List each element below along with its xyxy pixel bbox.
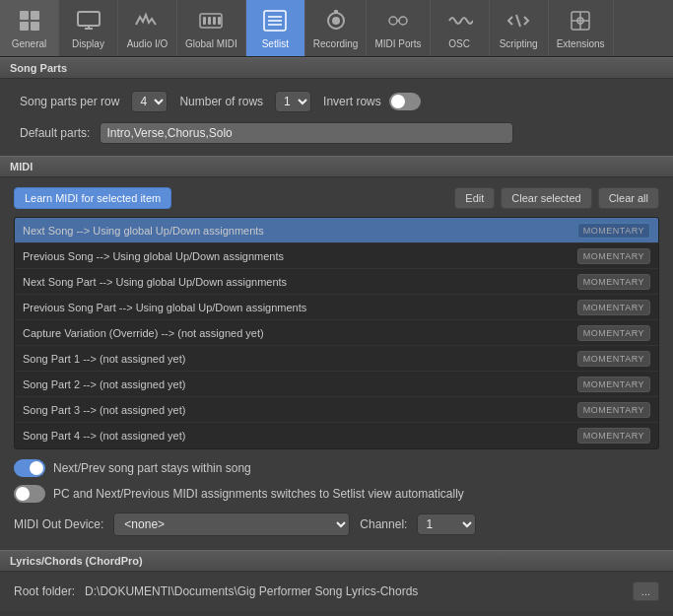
num-rows-select[interactable]: 1234	[275, 91, 311, 112]
midi-title: MIDI	[10, 161, 33, 172]
svg-rect-11	[218, 17, 221, 25]
midi-list: Next Song --> Using global Up/Down assig…	[14, 217, 659, 449]
extensions-icon	[567, 7, 594, 34]
lyrics-row: Root folder: D:\DOKUMENTI\Documents\Gig …	[14, 582, 659, 601]
tab-extensions[interactable]: Extensions	[549, 0, 614, 56]
root-folder-path: D:\DOKUMENTI\Documents\Gig Performer Son…	[85, 584, 623, 598]
channel-select[interactable]: 1234 5678 9101112 13141516	[417, 513, 476, 535]
tab-osc-label: OSC	[448, 38, 470, 49]
midi-row-badge: MOMENTARY	[577, 325, 650, 341]
svg-rect-9	[208, 17, 211, 25]
audio-icon	[134, 7, 162, 34]
tab-extensions-label: Extensions	[557, 38, 605, 49]
toggle1[interactable]	[14, 459, 45, 477]
tab-global-midi-label: Global MIDI	[185, 38, 237, 49]
toolbar: General Display Audio I/O Global MIDI	[0, 0, 673, 57]
svg-point-19	[389, 17, 397, 25]
svg-point-17	[332, 17, 340, 25]
tab-midi-ports[interactable]: MIDI Ports	[367, 0, 430, 56]
svg-rect-3	[31, 22, 39, 31]
tab-setlist-label: Setlist	[262, 38, 289, 49]
toggle1-label: Next/Prev song part stays within song	[53, 461, 251, 475]
midi-list-row[interactable]: Previous Song --> Using global Up/Down a…	[15, 243, 658, 269]
tab-scripting-label: Scripting	[500, 38, 538, 49]
tab-general[interactable]: General	[0, 0, 59, 56]
toggle2-knob	[16, 487, 30, 501]
root-folder-label: Root folder:	[14, 584, 75, 598]
num-rows-label: Number of rows	[179, 95, 263, 108]
midi-row-label: Previous Song Part --> Using global Up/D…	[23, 302, 577, 313]
midi-ports-icon	[384, 7, 412, 34]
svg-rect-2	[20, 22, 29, 31]
tab-display[interactable]: Display	[59, 0, 118, 56]
scripting-icon	[505, 7, 532, 34]
midi-row-badge: MOMENTARY	[577, 428, 650, 444]
global-midi-icon	[197, 7, 225, 34]
general-icon	[16, 7, 43, 34]
midi-list-row[interactable]: Next Song Part --> Using global Up/Down …	[15, 269, 658, 295]
midi-out-row: MIDI Out Device: <none> Channel: 1234 56…	[14, 509, 659, 540]
invert-label: Invert rows	[323, 95, 381, 108]
browse-button[interactable]: ...	[633, 582, 659, 601]
midi-list-row[interactable]: Capture Variation (Override) --> (not as…	[15, 320, 658, 346]
toggle2-container: PC and Next/Previous MIDI assignments sw…	[14, 485, 659, 503]
toggle2[interactable]	[14, 485, 45, 503]
clear-selected-button[interactable]: Clear selected	[501, 187, 591, 209]
song-parts-title: Song Parts	[10, 62, 67, 74]
midi-row-label: Song Part 1 --> (not assigned yet)	[23, 353, 577, 365]
per-row-select[interactable]: 4 1235678	[131, 91, 168, 112]
midi-row-label: Song Part 2 --> (not assigned yet)	[23, 378, 577, 390]
svg-rect-0	[20, 11, 29, 20]
midi-row-badge: MOMENTARY	[577, 223, 650, 239]
midi-row-badge: MOMENTARY	[577, 248, 650, 264]
tab-general-label: General	[12, 38, 47, 49]
midi-section-header: MIDI	[0, 156, 673, 177]
midi-row-badge: MOMENTARY	[577, 300, 650, 315]
midi-list-row[interactable]: Song Part 4 --> (not assigned yet)MOMENT…	[15, 423, 658, 448]
toggle1-container: Next/Prev song part stays within song	[14, 459, 659, 477]
midi-out-device-select[interactable]: <none>	[113, 513, 350, 536]
lyrics-content: Root folder: D:\DOKUMENTI\Documents\Gig …	[0, 572, 673, 611]
invert-toggle[interactable]	[389, 93, 421, 110]
tab-scripting[interactable]: Scripting	[490, 0, 549, 56]
recording-icon	[322, 7, 350, 34]
midi-row-label: Capture Variation (Override) --> (not as…	[23, 327, 577, 339]
tab-global-midi[interactable]: Global MIDI	[177, 0, 246, 56]
midi-list-row[interactable]: Song Part 1 --> (not assigned yet)MOMENT…	[15, 346, 658, 372]
lyrics-title: Lyrics/Chords (ChordPro)	[10, 555, 143, 567]
default-parts-row: Default parts:	[20, 122, 653, 144]
tab-audio-io[interactable]: Audio I/O	[118, 0, 177, 56]
learn-midi-button[interactable]: Learn MIDI for selected item	[14, 187, 171, 209]
midi-content: Learn MIDI for selected item Edit Clear …	[0, 177, 673, 550]
edit-button[interactable]: Edit	[454, 187, 495, 209]
midi-list-row[interactable]: Next Song --> Using global Up/Down assig…	[15, 218, 658, 243]
midi-row-badge: MOMENTARY	[577, 274, 650, 290]
midi-list-row[interactable]: Previous Song Part --> Using global Up/D…	[15, 295, 658, 320]
midi-row-badge: MOMENTARY	[577, 351, 650, 367]
midi-toolbar: Learn MIDI for selected item Edit Clear …	[14, 187, 659, 209]
tab-setlist[interactable]: Setlist	[246, 0, 305, 56]
tab-audio-io-label: Audio I/O	[127, 38, 168, 49]
midi-row-label: Song Part 4 --> (not assigned yet)	[23, 430, 577, 442]
svg-rect-10	[213, 17, 216, 25]
tab-osc[interactable]: OSC	[431, 0, 490, 56]
tab-midi-ports-label: MIDI Ports	[374, 38, 421, 49]
midi-list-row[interactable]: Song Part 2 --> (not assigned yet)MOMENT…	[15, 372, 658, 397]
toggle2-label: PC and Next/Previous MIDI assignments sw…	[53, 487, 464, 501]
midi-out-label: MIDI Out Device:	[14, 517, 103, 531]
invert-row: Invert rows	[323, 93, 421, 110]
midi-row-label: Next Song Part --> Using global Up/Down …	[23, 276, 577, 288]
tab-recording[interactable]: Recording	[305, 0, 368, 56]
midi-toggles: Next/Prev song part stays within song PC…	[14, 449, 659, 509]
clear-all-button[interactable]: Clear all	[598, 187, 659, 209]
midi-row-label: Song Part 3 --> (not assigned yet)	[23, 404, 577, 416]
midi-row-label: Next Song --> Using global Up/Down assig…	[23, 225, 577, 237]
per-row-label: Song parts per row	[20, 95, 119, 108]
song-parts-section-header: Song Parts	[0, 57, 673, 79]
default-parts-input[interactable]	[100, 122, 513, 144]
tab-recording-label: Recording	[313, 38, 359, 49]
svg-line-22	[516, 15, 520, 27]
midi-list-row[interactable]: Song Part 3 --> (not assigned yet)MOMENT…	[15, 397, 658, 423]
lyrics-section-header: Lyrics/Chords (ChordPro)	[0, 550, 673, 572]
tab-display-label: Display	[72, 38, 104, 49]
